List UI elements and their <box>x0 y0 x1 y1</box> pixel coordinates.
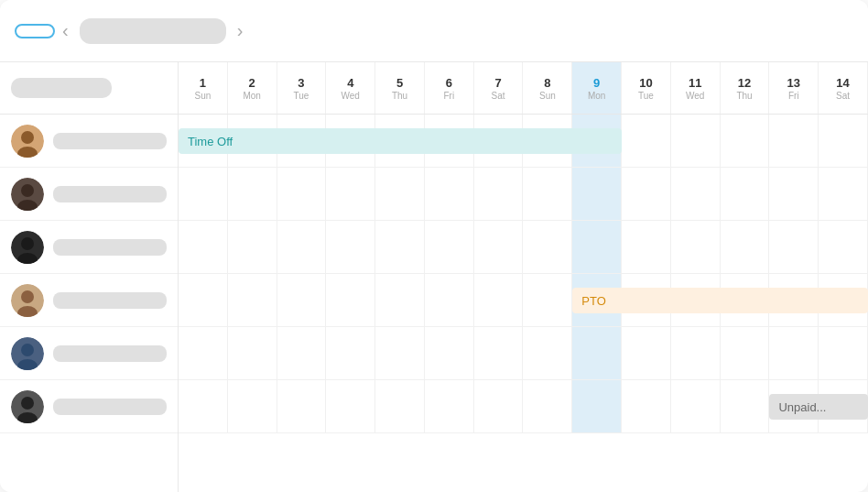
cal-cell[interactable] <box>523 274 572 326</box>
cal-cell[interactable] <box>523 115 572 167</box>
cal-cell[interactable] <box>671 221 721 273</box>
cal-cell[interactable] <box>572 380 622 432</box>
cal-cell[interactable] <box>179 274 228 326</box>
cal-cell[interactable] <box>277 221 327 273</box>
cal-cell[interactable] <box>277 274 327 326</box>
cal-cell[interactable] <box>425 380 474 432</box>
sidebar-row[interactable] <box>0 327 178 380</box>
cal-cell[interactable] <box>819 221 868 273</box>
cal-cell[interactable] <box>572 327 622 379</box>
cal-cell[interactable] <box>671 327 721 379</box>
cal-cell[interactable] <box>819 380 868 432</box>
cal-cell[interactable] <box>474 380 524 432</box>
cal-cell[interactable] <box>622 380 671 432</box>
cal-cell[interactable] <box>474 274 524 326</box>
cal-cell[interactable] <box>179 380 228 432</box>
day-number: 6 <box>446 76 452 90</box>
cal-cell[interactable] <box>721 168 770 220</box>
cal-cell[interactable] <box>179 327 228 379</box>
cal-cell[interactable] <box>228 221 277 273</box>
cal-cell[interactable] <box>277 115 327 167</box>
calendar-area: 1 Sun 2 Mon 3 Tue 4 Wed 5 Thu 6 Fri 7 Sa… <box>179 62 868 492</box>
cal-cell[interactable] <box>375 274 425 326</box>
day-name: Mon <box>243 91 260 101</box>
cal-cell[interactable] <box>622 168 671 220</box>
cal-cell[interactable] <box>326 168 375 220</box>
cal-cell[interactable] <box>326 221 375 273</box>
sidebar-row[interactable] <box>0 168 178 221</box>
cal-cell[interactable] <box>671 115 721 167</box>
cal-cell[interactable] <box>819 115 868 167</box>
cal-cell[interactable] <box>425 221 474 273</box>
cal-cell[interactable] <box>277 380 327 432</box>
cal-cell[interactable] <box>523 168 572 220</box>
cal-cell[interactable] <box>277 168 327 220</box>
cal-cell[interactable] <box>819 274 868 326</box>
cal-cell[interactable] <box>179 221 228 273</box>
sidebar-row[interactable] <box>0 115 178 168</box>
cal-cell[interactable] <box>375 221 425 273</box>
cal-cell[interactable] <box>326 115 375 167</box>
today-button[interactable] <box>15 24 55 38</box>
cal-cell[interactable] <box>326 380 375 432</box>
day-header-1: 1 Sun <box>179 62 228 114</box>
cal-cell[interactable] <box>721 274 770 326</box>
cal-cell[interactable] <box>769 327 819 379</box>
cal-cell[interactable] <box>721 380 770 432</box>
cal-cell[interactable] <box>375 115 425 167</box>
cal-cell[interactable] <box>228 380 277 432</box>
next-button[interactable]: › <box>230 20 251 41</box>
cal-cell[interactable] <box>326 327 375 379</box>
cal-cell[interactable] <box>375 168 425 220</box>
cal-cell[interactable] <box>523 221 572 273</box>
cal-cell[interactable] <box>474 115 524 167</box>
cal-cell[interactable] <box>179 115 228 167</box>
cal-cell[interactable] <box>671 380 721 432</box>
cal-cell[interactable] <box>819 168 868 220</box>
cal-cell[interactable] <box>425 274 474 326</box>
cal-cell[interactable] <box>819 327 868 379</box>
cal-cell[interactable] <box>721 115 770 167</box>
sidebar-row[interactable] <box>0 274 178 327</box>
cal-cell[interactable] <box>228 115 277 167</box>
cal-cell[interactable] <box>622 327 671 379</box>
cal-cell[interactable] <box>523 380 572 432</box>
cal-cell[interactable] <box>523 327 572 379</box>
day-header-9: 9 Mon <box>572 62 622 114</box>
cal-cell[interactable] <box>769 168 819 220</box>
cal-cell[interactable] <box>228 168 277 220</box>
cal-cell[interactable] <box>572 274 622 326</box>
cal-cell[interactable] <box>769 221 819 273</box>
cal-cell[interactable] <box>572 168 622 220</box>
cal-cell[interactable] <box>425 115 474 167</box>
cal-cell[interactable] <box>671 168 721 220</box>
cal-cell[interactable] <box>375 327 425 379</box>
day-name: Fri <box>788 91 799 101</box>
cal-cell[interactable] <box>474 327 524 379</box>
cal-cell[interactable] <box>721 327 770 379</box>
cal-cell[interactable] <box>474 221 524 273</box>
cal-cell[interactable] <box>425 327 474 379</box>
cal-cell[interactable] <box>572 115 622 167</box>
cal-cell[interactable] <box>228 327 277 379</box>
prev-button[interactable]: ‹ <box>55 20 76 41</box>
cal-cell[interactable] <box>769 274 819 326</box>
cal-cell[interactable] <box>622 115 671 167</box>
cal-cell[interactable] <box>572 221 622 273</box>
cal-cell[interactable] <box>721 221 770 273</box>
cal-cell[interactable] <box>179 168 228 220</box>
cal-cell[interactable] <box>769 115 819 167</box>
cal-cell[interactable] <box>769 380 819 432</box>
cal-cell[interactable] <box>277 327 327 379</box>
cal-cell[interactable] <box>622 274 671 326</box>
sidebar-row[interactable] <box>0 221 178 274</box>
cal-cell[interactable] <box>622 221 671 273</box>
cal-cell[interactable] <box>326 274 375 326</box>
cal-cell[interactable] <box>425 168 474 220</box>
cal-cell[interactable] <box>375 380 425 432</box>
sidebar-row[interactable] <box>0 380 178 433</box>
cal-cell[interactable] <box>474 168 524 220</box>
cal-cell[interactable] <box>671 274 721 326</box>
cal-cell[interactable] <box>228 274 277 326</box>
day-name: Sun <box>194 91 211 101</box>
